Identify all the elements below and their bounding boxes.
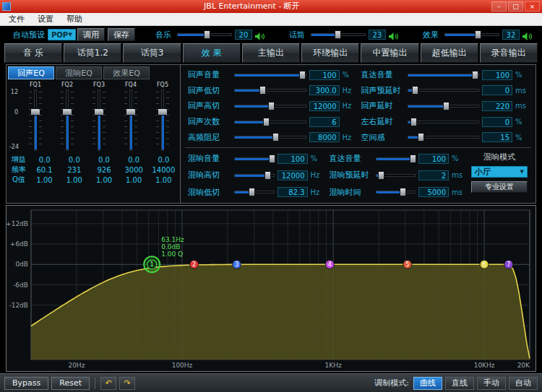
eq-values-table: 增益 0.0 0.0 0.0 0.0 0.0 频率 60.1 231 926 3… xyxy=(8,154,178,185)
menu-file[interactable]: 文件 xyxy=(3,13,30,25)
tab-music[interactable]: 音 乐 xyxy=(4,43,62,63)
undo-icon[interactable]: ↶ xyxy=(100,377,116,390)
band-label: FQ5 xyxy=(157,81,168,89)
tab-center-output[interactable]: 中置输出 xyxy=(361,43,418,63)
effect-volume-slider[interactable] xyxy=(444,30,499,39)
recall-button[interactable]: 调用 xyxy=(77,28,105,41)
param-row: 空间感15% xyxy=(361,131,529,144)
preset-value: POP xyxy=(51,31,68,39)
reverb-direct-volume-slider[interactable] xyxy=(376,154,416,163)
param-row: 回声延时220ms xyxy=(361,100,529,113)
app-icon xyxy=(2,2,11,11)
reverb-mode-column: 混响模式 小厅 ▼ 专业设置 xyxy=(468,150,531,201)
reverb-highcut-slider[interactable] xyxy=(234,171,275,180)
y-axis-label: 0dB xyxy=(15,261,28,268)
bypass-button[interactable]: Bypass xyxy=(4,377,48,390)
maximize-button[interactable]: □ xyxy=(508,1,523,12)
table-row-freq: 频率 60.1 231 926 3000 14000 xyxy=(8,165,178,175)
param-row: 高频阻尼8000Hz xyxy=(188,131,356,144)
curve-fill xyxy=(31,264,530,360)
param-row: 混响低切82.3Hz xyxy=(188,186,324,199)
minimize-button[interactable]: – xyxy=(491,1,507,12)
eq-band-slider[interactable] xyxy=(123,89,139,152)
speaker-icon[interactable] xyxy=(522,30,533,40)
echo-right-column: 直达音量100% 回声预延时0ms 回声延时220ms 左右延时0% 空间感15… xyxy=(358,67,532,145)
reset-button[interactable]: Reset xyxy=(51,377,90,390)
tab-main-output[interactable]: 主输出 xyxy=(242,43,300,63)
echo-predelay-slider[interactable] xyxy=(408,86,480,95)
eq-band-slider[interactable] xyxy=(155,89,171,152)
mode-auto-button[interactable]: 自动 xyxy=(509,377,538,390)
subtab-reverb-eq[interactable]: 混响EQ xyxy=(56,66,102,79)
param-value: 300.0 xyxy=(309,85,340,95)
echo-delay-slider[interactable] xyxy=(408,102,480,110)
tab-sub-output[interactable]: 超低输出 xyxy=(421,43,478,63)
echo-volume-slider[interactable] xyxy=(234,71,306,79)
tab-record-output[interactable]: 录音输出 xyxy=(480,43,538,63)
svg-text:2: 2 xyxy=(192,261,196,268)
subtab-echo-eq[interactable]: 回声EQ xyxy=(8,66,54,79)
band-label: FQ3 xyxy=(93,81,105,89)
echo-repeats-slider[interactable] xyxy=(234,118,306,126)
menu-help[interactable]: 帮助 xyxy=(61,13,88,25)
space-slider[interactable] xyxy=(408,133,480,141)
eq-band-slider[interactable] xyxy=(27,89,43,152)
eq-band-3: FQ3 xyxy=(83,81,115,152)
param-row: 左右延时0% xyxy=(361,116,529,129)
save-button[interactable]: 保存 xyxy=(108,28,135,41)
param-row: 混响音量100% xyxy=(188,152,324,165)
param-value: 220 xyxy=(482,101,512,111)
reverb-lowcut-slider[interactable] xyxy=(234,188,275,196)
tab-surround-output[interactable]: 环绕输出 xyxy=(301,43,359,63)
redo-icon[interactable]: ↷ xyxy=(119,377,135,390)
eq-band-slider[interactable] xyxy=(59,89,75,152)
tab-mic12[interactable]: 话筒1.2 xyxy=(64,43,121,63)
table-row-gain: 增益 0.0 0.0 0.0 0.0 0.0 xyxy=(8,154,178,165)
band-label: FQ1 xyxy=(30,81,41,89)
effect-volume-label: 效果 xyxy=(423,30,439,40)
titlebar: JBL Entertainment - 断开 – □ × xyxy=(0,0,542,13)
divider xyxy=(95,378,95,389)
close-button[interactable]: × xyxy=(525,1,540,12)
main-tabs: 音 乐 话筒1.2 话筒3 效 果 主输出 环绕输出 中置输出 超低输出 录音输… xyxy=(4,43,538,63)
echo-highcut-slider[interactable] xyxy=(234,102,306,110)
mode-manual-button[interactable]: 手动 xyxy=(477,377,506,390)
subtab-effect-eq[interactable]: 效果EQ xyxy=(103,66,150,79)
speaker-icon[interactable] xyxy=(254,30,265,40)
mode-curve-button[interactable]: 曲线 xyxy=(413,377,442,390)
reverb-predelay-slider[interactable] xyxy=(376,171,416,180)
direct-volume-slider[interactable] xyxy=(408,71,480,79)
effect-page: 回声EQ 混响EQ 效果EQ 12 0 -24 FQ1 FQ2 FQ3 xyxy=(6,64,536,204)
preset-dropdown[interactable]: POP ▼ xyxy=(48,29,76,40)
pro-settings-button[interactable]: 专业设置 xyxy=(471,181,528,193)
echo-left-column: 回声音量100% 回声低切300.0Hz 回声高切12000Hz 回声次数6 高… xyxy=(185,67,358,145)
mode-line-button[interactable]: 直线 xyxy=(445,377,474,390)
reverb-mode-dropdown[interactable]: 小厅 ▼ xyxy=(471,166,528,178)
mic-volume-slider[interactable] xyxy=(311,30,366,39)
music-volume-slider[interactable] xyxy=(177,30,232,39)
reverb-volume-slider[interactable] xyxy=(234,154,275,163)
svg-text:4: 4 xyxy=(328,261,332,268)
chevron-down-icon: ▼ xyxy=(69,32,72,38)
eq-band-2: FQ2 xyxy=(51,81,83,152)
reverb-time-slider[interactable] xyxy=(376,188,416,196)
svg-text:3: 3 xyxy=(235,261,238,268)
menu-settings[interactable]: 设置 xyxy=(32,13,59,25)
svg-text:5: 5 xyxy=(405,261,409,268)
param-value: 12000 xyxy=(309,101,340,111)
param-value: 15 xyxy=(482,132,512,142)
speaker-icon[interactable] xyxy=(388,30,399,40)
toolbar: 自动预设 POP ▼ 调用 保存 音乐 20 话筒 23 效果 32 xyxy=(0,26,542,43)
tab-effect[interactable]: 效 果 xyxy=(183,43,241,63)
param-value: 100 xyxy=(418,154,449,164)
eq-curve-graph[interactable]: +12dB+6dB0dB-6dB-12dB20Hz100Hz1KHz10KHz2… xyxy=(6,205,536,372)
param-row: 混响预延时2ms xyxy=(330,169,465,182)
lr-delay-slider[interactable] xyxy=(408,118,480,126)
reverb-left-column: 混响音量100% 混响高切12000Hz 混响低切82.3Hz xyxy=(185,150,327,201)
menubar: 文件 设置 帮助 xyxy=(0,13,542,26)
tab-mic3[interactable]: 话筒3 xyxy=(123,43,181,63)
y-axis-label: -6dB xyxy=(13,282,28,289)
echo-damping-slider[interactable] xyxy=(234,133,306,141)
eq-band-slider[interactable] xyxy=(91,89,107,152)
echo-lowcut-slider[interactable] xyxy=(234,86,306,95)
